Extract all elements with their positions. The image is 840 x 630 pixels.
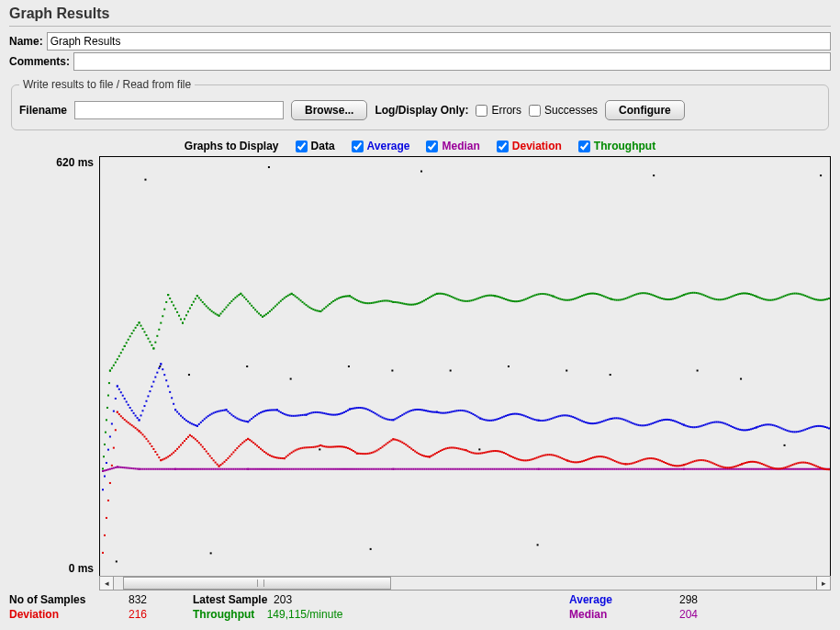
y-min-label: 0 ms: [69, 562, 94, 575]
errors-label: Errors: [491, 104, 521, 117]
scroll-track[interactable]: [114, 576, 816, 591]
name-label: Name:: [9, 35, 43, 48]
successes-checkbox[interactable]: [529, 105, 541, 117]
logdisplay-label: Log/Display Only:: [375, 104, 468, 117]
toggle-deviation-label: Deviation: [512, 140, 562, 152]
name-row: Name:: [9, 32, 831, 51]
graphs-to-display-label: Graphs to Display: [185, 140, 279, 152]
toggle-data-label: Data: [311, 140, 335, 152]
scroll-right-arrow[interactable]: ▸: [816, 576, 831, 591]
deviation-value: 216: [129, 608, 193, 621]
graph-canvas: [99, 156, 831, 577]
divider: [9, 26, 831, 27]
series-toggles: Graphs to Display Data Average Median De…: [9, 140, 831, 152]
filename-input[interactable]: [74, 101, 284, 119]
toggle-throughput-label: Throughput: [594, 140, 655, 152]
toggle-median-label: Median: [442, 140, 479, 152]
latest-label: Latest Sample: [193, 593, 267, 606]
scroll-left-arrow[interactable]: ◂: [99, 576, 114, 591]
graph-area: 620 ms 0 ms ◂ ▸: [9, 156, 831, 590]
toggle-average[interactable]: [352, 141, 364, 152]
throughput-label: Throughput: [193, 608, 254, 621]
y-max-label: 620 ms: [56, 156, 94, 169]
graph-results-panel: Graph Results Name: Comments: Write resu…: [0, 0, 840, 626]
filename-label: Filename: [19, 104, 67, 117]
stats-bar: No of Samples 832 Latest Sample 203 Aver…: [9, 593, 831, 621]
toggle-median[interactable]: [426, 141, 438, 152]
samples-value: 832: [129, 593, 193, 606]
successes-label: Successes: [544, 104, 598, 117]
y-axis-labels: 620 ms 0 ms: [9, 156, 99, 575]
browse-button[interactable]: Browse...: [291, 100, 367, 120]
samples-label: No of Samples: [9, 593, 129, 606]
scroll-thumb[interactable]: [123, 577, 391, 590]
median-label: Median: [569, 608, 679, 621]
toggle-data[interactable]: [296, 141, 308, 152]
configure-button[interactable]: Configure: [605, 100, 685, 120]
comments-row: Comments:: [9, 52, 831, 71]
comments-label: Comments:: [9, 55, 70, 68]
h-scrollbar[interactable]: ◂ ▸: [99, 577, 831, 590]
toggle-throughput[interactable]: [578, 141, 590, 152]
file-legend: Write results to file / Read from file: [19, 78, 195, 91]
toggle-average-label: Average: [367, 140, 410, 152]
average-value: 298: [679, 593, 734, 606]
name-input[interactable]: [47, 32, 831, 51]
comments-input[interactable]: [73, 52, 831, 71]
deviation-label: Deviation: [9, 608, 129, 621]
file-fieldset: Write results to file / Read from file F…: [11, 78, 829, 130]
throughput-value: 149,115/minute: [267, 608, 343, 621]
median-value: 204: [679, 608, 734, 621]
average-label: Average: [569, 593, 679, 606]
toggle-deviation[interactable]: [497, 141, 509, 152]
page-title: Graph Results: [9, 6, 831, 22]
errors-checkbox[interactable]: [476, 105, 487, 117]
latest-value: 203: [274, 593, 292, 606]
